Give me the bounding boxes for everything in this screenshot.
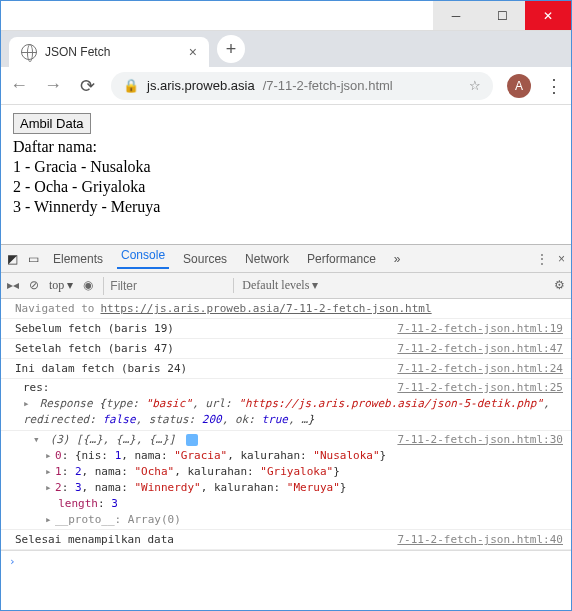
window-minimize-button[interactable]: ─	[433, 1, 479, 30]
expand-triangle-icon[interactable]: ▸	[23, 396, 33, 412]
profile-avatar[interactable]: A	[507, 74, 531, 98]
ambil-data-button[interactable]: Ambil Data	[13, 113, 91, 134]
console-log-row: Sebelum fetch (baris 19) 7-11-2-fetch-js…	[1, 319, 571, 339]
device-icon[interactable]: ▭	[28, 252, 39, 266]
forward-icon: →	[43, 75, 63, 96]
console-sidebar-toggle-icon[interactable]: ▸◂	[7, 278, 19, 293]
bookmark-star-icon[interactable]: ☆	[469, 78, 481, 93]
array-item: ▸0: {nis: 1, nama: "Gracia", kalurahan: …	[23, 448, 563, 464]
source-link[interactable]: 7-11-2-fetch-json.html:24	[397, 362, 563, 375]
devtools-panel: ◩ ▭ Elements Console Sources Network Per…	[1, 244, 571, 572]
list-item: 3 - Winnerdy - Meruya	[13, 198, 559, 216]
list-item: 2 - Ocha - Griyaloka	[13, 178, 559, 196]
window-titlebar: ─ ☐ ✕	[1, 1, 571, 31]
array-item: ▸2: 3, nama: "Winnerdy", kalurahan: "Mer…	[23, 480, 563, 496]
list-item: 1 - Gracia - Nusaloka	[13, 158, 559, 176]
log-levels-dropdown[interactable]: Default levels ▾	[233, 278, 318, 293]
console-input-prompt[interactable]: ›	[1, 550, 571, 572]
collapse-triangle-icon[interactable]: ▾	[33, 432, 43, 448]
browser-tab[interactable]: JSON Fetch ×	[9, 37, 209, 67]
page-content: Ambil Data Daftar nama: 1 - Gracia - Nus…	[1, 105, 571, 224]
clear-console-icon[interactable]: ⊘	[29, 278, 39, 293]
console-log-row: Ini dalam fetch (baris 24) 7-11-2-fetch-…	[1, 359, 571, 379]
console-context[interactable]: top ▾	[49, 278, 73, 293]
source-link[interactable]: 7-11-2-fetch-json.html:19	[397, 322, 563, 335]
window-close-button[interactable]: ✕	[525, 1, 571, 30]
inspect-icon[interactable]: ◩	[7, 252, 18, 266]
url-path: /7-11-2-fetch-json.html	[263, 78, 393, 93]
page-heading: Daftar nama:	[13, 138, 559, 156]
new-tab-button[interactable]: +	[217, 35, 245, 63]
array-length: length: 3	[23, 496, 563, 512]
source-link[interactable]: 7-11-2-fetch-json.html:25	[397, 380, 563, 396]
console-object-row: 7-11-2-fetch-json.html:25 res: ▸ Respons…	[1, 379, 571, 431]
name-list: 1 - Gracia - Nusaloka 2 - Ocha - Griyalo…	[13, 158, 559, 216]
devtools-tab-console[interactable]: Console	[117, 248, 169, 269]
eye-icon[interactable]: ◉	[83, 278, 93, 293]
source-link[interactable]: 7-11-2-fetch-json.html:40	[397, 533, 563, 546]
back-icon[interactable]: ←	[9, 75, 29, 96]
console-array-row: 7-11-2-fetch-json.html:30 ▾ (3) [{…}, {……	[1, 431, 571, 531]
console-log-row: Setelah fetch (baris 47) 7-11-2-fetch-js…	[1, 339, 571, 359]
array-item: ▸1: 2, nama: "Ocha", kalurahan: "Griyalo…	[23, 464, 563, 480]
window-maximize-button[interactable]: ☐	[479, 1, 525, 30]
address-bar[interactable]: 🔒 js.aris.proweb.asia/7-11-2-fetch-json.…	[111, 72, 493, 100]
tab-close-icon[interactable]: ×	[189, 44, 197, 60]
more-tabs-icon[interactable]: »	[394, 252, 401, 266]
url-host: js.aris.proweb.asia	[147, 78, 255, 93]
tab-title: JSON Fetch	[45, 45, 110, 59]
array-proto: ▸__proto__: Array(0)	[23, 512, 563, 528]
console-log-row: Selesai menampilkan data 7-11-2-fetch-js…	[1, 530, 571, 550]
reload-icon[interactable]: ⟳	[77, 75, 97, 97]
devtools-tab-elements[interactable]: Elements	[49, 252, 107, 266]
console-toolbar: ▸◂ ⊘ top ▾ ◉ Default levels ▾ ⚙	[1, 273, 571, 299]
globe-icon	[21, 44, 37, 60]
browser-toolbar: ← → ⟳ 🔒 js.aris.proweb.asia/7-11-2-fetch…	[1, 67, 571, 105]
devtools-tab-sources[interactable]: Sources	[179, 252, 231, 266]
console-output: Navigated to https://js.aris.proweb.asia…	[1, 299, 571, 572]
devtools-tab-performance[interactable]: Performance	[303, 252, 380, 266]
info-badge-icon[interactable]	[186, 434, 198, 446]
source-link[interactable]: 7-11-2-fetch-json.html:47	[397, 342, 563, 355]
console-filter-input[interactable]	[103, 277, 223, 295]
browser-tabstrip: JSON Fetch × +	[1, 31, 571, 67]
devtools-tab-network[interactable]: Network	[241, 252, 293, 266]
console-navigation-row: Navigated to https://js.aris.proweb.asia…	[1, 299, 571, 319]
devtools-menu-icon[interactable]: ⋮	[536, 252, 548, 266]
devtools-close-icon[interactable]: ×	[558, 252, 565, 266]
kebab-menu-icon[interactable]: ⋮	[545, 75, 563, 97]
lock-icon: 🔒	[123, 78, 139, 93]
settings-gear-icon[interactable]: ⚙	[554, 278, 565, 293]
source-link[interactable]: 7-11-2-fetch-json.html:30	[397, 432, 563, 448]
devtools-tabbar: ◩ ▭ Elements Console Sources Network Per…	[1, 245, 571, 273]
